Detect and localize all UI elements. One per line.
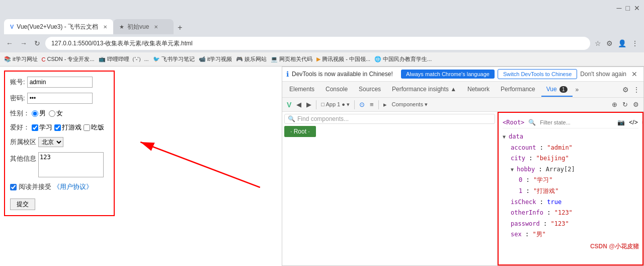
data-sex-row: sex : "男": [503, 229, 638, 240]
devtools-tabs: Elements Console Sources Performance ins…: [282, 82, 643, 98]
data-tree: ▼ data account : "admin" city : "beijing…: [503, 131, 638, 240]
hobby-study-label: 学习: [32, 123, 52, 132]
new-tab-button[interactable]: +: [174, 21, 186, 34]
bookmark-web-code[interactable]: 💻 网页相关代码: [271, 55, 312, 63]
hobby-study-checkbox[interactable]: [32, 124, 38, 131]
tab-close-btn[interactable]: ✕: [154, 24, 158, 30]
tab-sources[interactable]: Sources: [354, 83, 386, 97]
root-component-item[interactable]: · Root ·: [284, 126, 495, 137]
data-city-key: city: [511, 155, 525, 162]
tab-perf-insights[interactable]: Performance insights ▲: [387, 83, 461, 97]
arrow-area: [119, 66, 282, 266]
bookmark-csdn[interactable]: C CSDN - 专业开发...: [42, 55, 95, 63]
find-components-input[interactable]: [351, 115, 492, 122]
gender-male-label: 男: [32, 109, 46, 118]
password-row: 密码:: [10, 93, 109, 104]
data-password-row: password : "123": [503, 219, 638, 230]
app1-label[interactable]: □ App 1 ● ▾: [319, 100, 351, 109]
forward-button[interactable]: →: [18, 38, 29, 48]
bookmark-tencent-video[interactable]: ▶ 腾讯视频 - 中国领...: [316, 55, 370, 63]
data-hobby-0-row: 0 : "学习": [503, 175, 638, 186]
agreement-text: 阅读并接受: [19, 182, 51, 191]
bookmark-icon: ▶: [316, 56, 320, 62]
maximize-icon[interactable]: □: [626, 4, 630, 12]
url-input[interactable]: [45, 37, 590, 50]
close-icon[interactable]: ✕: [634, 4, 640, 12]
components-dropdown[interactable]: Components ▾: [390, 100, 429, 109]
gender-female-label: 女: [49, 109, 63, 118]
back-nav-icon[interactable]: ◀: [295, 100, 303, 109]
bookmark-feishu[interactable]: 🐦 飞书学习笔记: [153, 55, 195, 63]
tab-performance[interactable]: Performance: [496, 83, 540, 97]
data-root: ▼ data: [503, 131, 638, 143]
bookmark-education[interactable]: 🌐 中国民办教育学生...: [374, 55, 432, 63]
component-list-icon[interactable]: ≡: [368, 100, 375, 109]
hobby-game-checkbox[interactable]: [54, 124, 61, 131]
gender-male-radio[interactable]: [32, 110, 38, 117]
extension-icon[interactable]: ⚙: [605, 38, 614, 48]
hobby-food-checkbox[interactable]: [84, 124, 90, 131]
account-input[interactable]: [27, 77, 93, 88]
notification-close-btn[interactable]: ✕: [629, 70, 639, 78]
settings-gear-icon[interactable]: ⚙: [631, 100, 640, 109]
data-hobby-type: Array[2]: [546, 166, 575, 173]
more-tabs-btn[interactable]: »: [574, 84, 581, 95]
tab-vue[interactable]: Vue 1: [541, 83, 573, 97]
devtools-panel: ℹ DevTools is now available in Chinese! …: [282, 66, 644, 266]
code-icon[interactable]: </>: [629, 119, 637, 126]
dont-show-btn[interactable]: Don't show again: [580, 71, 626, 78]
password-input[interactable]: [27, 93, 93, 104]
screenshot-icon[interactable]: 📷: [617, 119, 625, 126]
filter-state-input[interactable]: [540, 119, 609, 125]
data-account-value: "admin": [547, 144, 573, 151]
campus-select[interactable]: 北京 上海 深圳: [38, 137, 63, 147]
tab-network[interactable]: Network: [462, 83, 495, 97]
tab-active[interactable]: V Vue(Vue2+Vue3) - 飞书云文档 ✕: [4, 19, 113, 34]
bookmark-icon: 🐦: [153, 56, 160, 62]
always-match-btn[interactable]: Always match Chrome's language: [401, 70, 495, 79]
tab-close-btn[interactable]: ✕: [103, 24, 107, 30]
tab-console[interactable]: Console: [320, 83, 353, 97]
menu-icon[interactable]: ⋮: [630, 38, 640, 48]
data-ischeck-row: isCheck : true: [503, 197, 638, 208]
data-sex-key: sex: [511, 231, 522, 238]
data-account-row: account : "admin": [503, 143, 638, 154]
gender-female-radio[interactable]: [49, 110, 55, 117]
back-button[interactable]: ←: [4, 38, 15, 48]
other-info-label: 其他信息: [10, 154, 36, 163]
reload-button[interactable]: ↻: [32, 38, 42, 48]
profile-icon[interactable]: 👤: [616, 38, 628, 48]
inspect-element-icon[interactable]: ⊕: [610, 100, 619, 109]
data-hobby-key: hobby: [517, 166, 535, 173]
data-hobby-1-key: 1: [519, 187, 522, 194]
component-tree-icon[interactable]: ⊙: [358, 100, 366, 109]
agreement-link[interactable]: 《用户协议》: [53, 182, 93, 191]
bookmark-entertainment[interactable]: 🎮 娱乐网站: [236, 55, 267, 63]
agreement-checkbox[interactable]: [10, 184, 17, 190]
data-hobby-0-value: "学习": [533, 176, 552, 183]
root-tag-label[interactable]: <Root>: [503, 119, 524, 126]
bookmark-it-learn[interactable]: 📚 it学习网址: [4, 55, 38, 63]
tab-elements[interactable]: Elements: [284, 83, 319, 97]
minimize-icon[interactable]: ─: [617, 4, 622, 12]
settings-icon[interactable]: ⚙: [621, 85, 630, 95]
bookmark-icon: 🌐: [374, 56, 381, 62]
refresh-icon[interactable]: ↻: [621, 100, 629, 109]
expand-icon[interactable]: ⬡: [642, 119, 643, 126]
arrow-svg: [119, 66, 282, 266]
data-city-row: city : "beijing": [503, 153, 638, 164]
submit-button[interactable]: 提交: [10, 198, 35, 210]
bookmark-icon: C: [42, 56, 46, 62]
more-options-icon[interactable]: ⋮: [631, 85, 641, 95]
timeline-icon[interactable]: ▸: [382, 100, 388, 109]
other-info-textarea[interactable]: 123: [38, 152, 104, 177]
root-label[interactable]: · Root ·: [284, 126, 316, 137]
bookmark-bilibili[interactable]: 📺 哔哩哔哩（'-'）...: [99, 55, 149, 63]
bookmark-it-video[interactable]: 📹 it学习视频: [199, 55, 232, 63]
switch-devtools-btn[interactable]: Switch DevTools to Chinese: [498, 69, 577, 79]
forward-nav-icon[interactable]: ▶: [305, 100, 313, 109]
tab-inactive[interactable]: ★ 初始vue ✕: [113, 19, 174, 34]
bookmark-star-icon[interactable]: ☆: [593, 38, 603, 48]
find-components-placeholder: Find components...: [297, 115, 349, 122]
bookmark-icon: 🎮: [236, 56, 243, 62]
